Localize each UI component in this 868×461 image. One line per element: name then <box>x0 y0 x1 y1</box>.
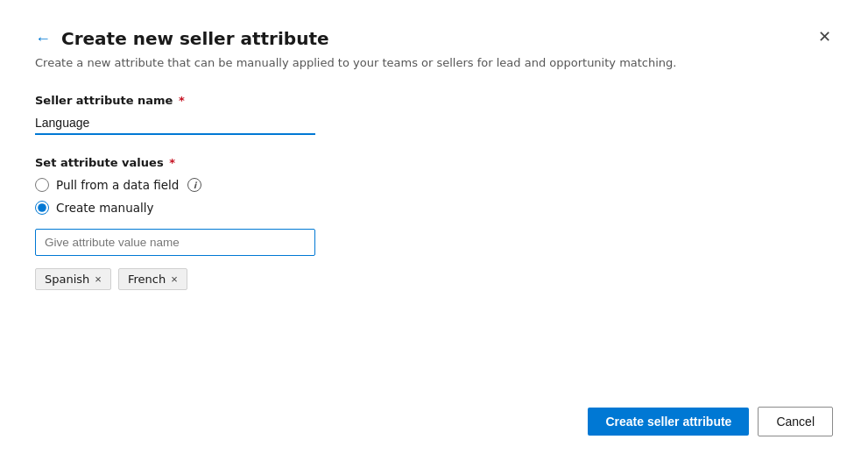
seller-attribute-name-input[interactable] <box>35 112 315 135</box>
tag-french: French × <box>118 268 187 290</box>
tags-container: Spanish × French × <box>35 268 833 290</box>
required-star: * <box>174 94 184 107</box>
radio-option-create-manually[interactable]: Create manually <box>35 201 833 215</box>
seller-attribute-name-label: Seller attribute name * <box>35 94 833 107</box>
radio-create-manually[interactable] <box>35 201 49 215</box>
dialog-footer: Create seller attribute Cancel <box>588 407 833 436</box>
seller-attribute-name-section: Seller attribute name * <box>35 94 833 156</box>
back-button[interactable]: ← <box>35 30 51 48</box>
create-seller-attribute-button[interactable]: Create seller attribute <box>588 408 749 436</box>
attribute-value-input[interactable] <box>35 229 315 256</box>
create-seller-attribute-dialog: ← Create new seller attribute ✕ Create a… <box>0 0 868 461</box>
cancel-button[interactable]: Cancel <box>758 407 833 436</box>
radio-pull-from-data-field[interactable] <box>35 178 49 192</box>
tag-spanish: Spanish × <box>35 268 111 290</box>
tag-french-label: French <box>128 273 166 286</box>
dialog-title: Create new seller attribute <box>61 28 329 49</box>
close-button[interactable]: ✕ <box>812 25 836 49</box>
tag-spanish-label: Spanish <box>45 273 89 286</box>
radio-option-pull[interactable]: Pull from a data field i <box>35 178 833 192</box>
info-icon[interactable]: i <box>187 178 201 192</box>
radio-group: Pull from a data field i Create manually <box>35 178 833 215</box>
radio-pull-label: Pull from a data field <box>56 178 179 192</box>
dialog-subtitle: Create a new attribute that can be manua… <box>35 56 833 69</box>
dialog-header: ← Create new seller attribute <box>35 28 833 49</box>
set-attribute-values-label: Set attribute values * <box>35 156 833 169</box>
tag-french-remove[interactable]: × <box>171 273 178 285</box>
required-star-2: * <box>166 156 175 169</box>
set-attribute-values-section: Set attribute values * Pull from a data … <box>35 156 833 311</box>
radio-create-manually-label: Create manually <box>56 201 153 215</box>
tag-spanish-remove[interactable]: × <box>95 273 102 285</box>
